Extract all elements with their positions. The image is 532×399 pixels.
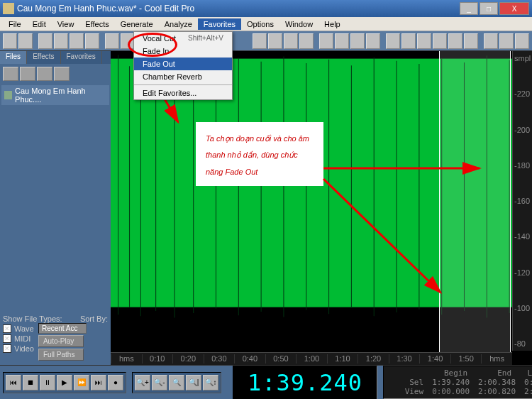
view-row-label: View	[388, 387, 423, 396]
check-midi[interactable]: ✕	[3, 334, 11, 343]
play-button[interactable]: ▶	[57, 375, 72, 390]
menu-analyze[interactable]: Analyze	[159, 18, 198, 30]
toolbar-button[interactable]	[499, 33, 514, 49]
time-tick: 1:10	[327, 354, 358, 364]
view-length[interactable]: 2:00.820	[524, 387, 532, 396]
pause-button[interactable]: ⏸	[40, 375, 55, 390]
menu-window[interactable]: Window	[279, 18, 318, 30]
time-tick: 0:10	[142, 354, 173, 364]
menu-help[interactable]: Help	[318, 18, 346, 30]
transport-bar: ⏮ ⏹ ⏸ ▶ ⏩ ⏭ ● 🔍+ 🔍- 🔍 🔍| 🔍↕ 1:39.240 Beg…	[0, 365, 532, 399]
menu-generate[interactable]: Generate	[115, 18, 159, 30]
toolbar-button[interactable]	[366, 33, 380, 49]
toolbar-button[interactable]	[464, 33, 478, 49]
sel-hdr-length: Length	[520, 368, 532, 378]
toolbar-button[interactable]	[3, 33, 17, 49]
time-tick: hms	[481, 354, 512, 364]
toolbar-button[interactable]	[85, 33, 99, 49]
dd-vocal-cut[interactable]: Vocal CutShift+Alt+V	[134, 32, 232, 45]
tab-files[interactable]: Files	[0, 51, 27, 64]
selection-region[interactable]	[439, 51, 511, 352]
sort-select[interactable]: Recent Acc	[38, 323, 87, 334]
minimize-button[interactable]: _	[460, 2, 478, 15]
toolbar-button[interactable]	[18, 33, 33, 49]
toolbar-button[interactable]	[299, 33, 314, 49]
toolbar-button[interactable]	[268, 33, 282, 49]
time-tick: 1:20	[358, 354, 389, 364]
menu-effects[interactable]: Effects	[79, 18, 114, 30]
toolbar-button[interactable]	[417, 33, 431, 49]
type-wave-label: Wave	[14, 324, 34, 333]
menu-edit[interactable]: Edit	[27, 18, 52, 30]
toolbar-button[interactable]	[515, 33, 529, 49]
tab-effects[interactable]: Effects	[27, 51, 60, 64]
zoom-full-button[interactable]: 🔍	[169, 375, 184, 390]
time-display: 1:39.240	[233, 366, 377, 400]
ampl-tick: -120	[514, 268, 531, 277]
sel-hdr-end: End	[476, 368, 511, 378]
time-tick: 0:50	[265, 354, 297, 364]
zoom-sel-button[interactable]: 🔍|	[186, 375, 201, 390]
dd-fade-in[interactable]: Fade In	[134, 45, 232, 58]
toolbar-button[interactable]	[284, 33, 298, 49]
toolbar-button[interactable]	[386, 33, 400, 49]
toolbar-button[interactable]	[401, 33, 416, 49]
tab-favorites[interactable]: Favorites	[61, 51, 102, 64]
side-close-icon[interactable]	[20, 67, 35, 81]
view-begin[interactable]: 0:00.000	[432, 387, 470, 396]
check-wave[interactable]: ✕	[3, 324, 11, 333]
dd-edit-favorites[interactable]: Edit Favorites...	[134, 87, 232, 99]
zoom-vert-button[interactable]: 🔍↕	[203, 375, 218, 390]
ffwd-button[interactable]: ⏩	[74, 375, 89, 390]
side-import-icon[interactable]	[37, 67, 52, 81]
sel-end[interactable]: 2:00.348	[478, 378, 516, 387]
side-opts-icon[interactable]	[54, 67, 70, 81]
toolbar-button[interactable]	[448, 33, 462, 49]
close-button[interactable]: X	[499, 2, 529, 15]
sel-length[interactable]: 0:21.108	[524, 378, 532, 387]
toolbar-button[interactable]	[121, 33, 135, 49]
menu-view[interactable]: View	[52, 18, 80, 30]
time-tick: 0:20	[172, 354, 204, 364]
file-list[interactable]: Cau Mong Em Hanh Phuc....	[0, 84, 111, 312]
goto-end-button[interactable]: ⏭	[91, 375, 106, 390]
toolbar-button[interactable]	[70, 33, 84, 49]
zoom-out-button[interactable]: 🔍-	[152, 375, 167, 390]
toolbar-button[interactable]	[350, 33, 365, 49]
goto-start-button[interactable]: ⏮	[6, 375, 21, 390]
maximize-button[interactable]: □	[480, 2, 498, 15]
sel-begin[interactable]: 1:39.240	[432, 378, 470, 387]
side-open-icon[interactable]	[3, 67, 18, 81]
ampl-tick: smpl	[514, 54, 531, 62]
time-ruler[interactable]: hms 0:10 0:20 0:30 0:40 0:50 1:00 1:10 1…	[111, 352, 512, 365]
dd-chamber-reverb[interactable]: Chamber Reverb	[134, 70, 232, 83]
dd-fade-out[interactable]: Fade Out	[134, 58, 232, 70]
toolbar	[0, 31, 532, 51]
toolbar-button[interactable]	[253, 33, 267, 49]
menu-file[interactable]: File	[3, 18, 27, 30]
time-tick: 1:30	[389, 354, 420, 364]
stop-button[interactable]: ⏹	[23, 375, 38, 390]
toolbar-button[interactable]	[38, 33, 52, 49]
toolbar-button[interactable]	[433, 33, 447, 49]
menu-options[interactable]: Options	[241, 18, 279, 30]
wave-file-icon	[4, 91, 12, 99]
ampl-tick: -80	[514, 339, 531, 348]
toolbar-button[interactable]	[319, 33, 333, 49]
view-end[interactable]: 2:00.820	[478, 387, 516, 396]
sel-hdr-begin: Begin	[432, 368, 467, 378]
file-item[interactable]: Cau Mong Em Hanh Phuc....	[1, 85, 109, 105]
file-name: Cau Mong Em Hanh Phuc....	[15, 87, 106, 104]
toolbar-button[interactable]	[335, 33, 349, 49]
fullpaths-button[interactable]: Full Paths	[38, 349, 84, 361]
app-icon	[3, 3, 14, 14]
record-button[interactable]: ●	[108, 375, 123, 390]
toolbar-button[interactable]	[105, 33, 119, 49]
toolbar-button[interactable]	[54, 33, 68, 49]
toolbar-button[interactable]	[484, 33, 498, 49]
sel-row-label: Sel	[388, 378, 423, 387]
check-video[interactable]: ✕	[3, 344, 11, 353]
menu-favorites[interactable]: Favorites	[198, 18, 241, 30]
zoom-in-button[interactable]: 🔍+	[135, 375, 150, 390]
autoplay-button[interactable]: Auto-Play	[38, 335, 84, 347]
